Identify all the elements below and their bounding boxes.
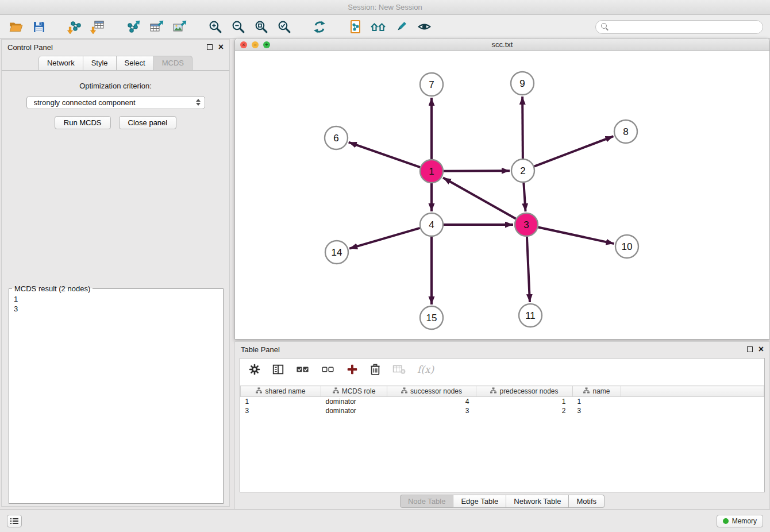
table-cell-filler xyxy=(621,397,764,406)
search-input[interactable] xyxy=(613,23,757,31)
column-header-name[interactable]: name xyxy=(573,386,621,397)
graph-edge-3-10[interactable] xyxy=(538,227,614,244)
table-row[interactable]: 3dominator323 xyxy=(241,406,764,415)
window-title: Session: New Session xyxy=(348,3,422,11)
graph-node-6[interactable]: 6 xyxy=(325,126,348,149)
table-cell[interactable]: 3 xyxy=(241,406,321,415)
table-cell[interactable]: dominator xyxy=(321,406,387,415)
import-table-from-file-button[interactable] xyxy=(88,18,107,36)
table-cell[interactable]: 1 xyxy=(241,397,321,406)
graph-node-15[interactable]: 15 xyxy=(420,306,443,329)
table-row[interactable]: 1dominator411 xyxy=(241,397,764,406)
table-panel-tabbar: Node TableEdge TableNetwork TableMotifs xyxy=(235,495,769,508)
table-cell[interactable]: 3 xyxy=(573,406,621,415)
delete-table-button[interactable] xyxy=(392,364,406,375)
tab-select[interactable]: Select xyxy=(117,56,154,71)
graph-edge-4-14[interactable] xyxy=(349,228,420,249)
graph-node-2[interactable]: 2 xyxy=(511,159,534,182)
table-header-row: shared nameMCDS rolesuccessor nodesprede… xyxy=(241,386,764,397)
apply-style-button[interactable] xyxy=(392,18,410,36)
graph-node-9[interactable]: 9 xyxy=(511,72,534,95)
table-cell[interactable]: 3 xyxy=(387,406,476,415)
zoom-in-button[interactable] xyxy=(206,18,224,36)
tab-network-table[interactable]: Network Table xyxy=(506,495,569,508)
graph-node-14[interactable]: 14 xyxy=(325,241,348,264)
close-window-icon[interactable]: × xyxy=(240,41,247,48)
graph-edge-3-1[interactable] xyxy=(443,178,516,218)
graph-node-3[interactable]: 3 xyxy=(515,213,538,236)
task-history-button[interactable] xyxy=(7,515,22,527)
home-button[interactable] xyxy=(369,18,387,36)
minimize-window-icon[interactable]: − xyxy=(252,41,259,48)
zoom-selected-button[interactable] xyxy=(275,18,293,36)
graph-node-10[interactable]: 10 xyxy=(615,235,638,258)
column-header-shared-name[interactable]: shared name xyxy=(241,386,321,397)
close-panel-button[interactable]: Close panel xyxy=(119,116,177,129)
column-header-label: name xyxy=(592,387,610,395)
svg-text:1: 1 xyxy=(429,166,434,177)
column-header-successor-nodes[interactable]: successor nodes xyxy=(387,386,476,397)
mcds-result-list[interactable]: 13 xyxy=(9,293,223,315)
tab-mcds[interactable]: MCDS xyxy=(154,56,192,71)
float-panel-icon[interactable] xyxy=(207,44,213,50)
column-header-mcds-role[interactable]: MCDS role xyxy=(321,386,387,397)
graph-edge-1-2[interactable] xyxy=(444,171,510,171)
function-builder-button[interactable]: f(x) xyxy=(417,364,434,375)
maximize-window-icon[interactable]: + xyxy=(263,41,270,48)
graph-node-7[interactable]: 7 xyxy=(420,73,443,96)
deselect-all-icon xyxy=(321,363,335,376)
global-search-box[interactable] xyxy=(595,20,763,34)
criterion-dropdown[interactable]: strongly connected component xyxy=(26,96,205,109)
table-cell[interactable]: 1 xyxy=(476,397,573,406)
zoom-out-button[interactable] xyxy=(229,18,247,36)
control-panel-title: Control Panel xyxy=(7,43,53,52)
graph-node-4[interactable]: 4 xyxy=(420,213,443,236)
graph-node-8[interactable]: 8 xyxy=(614,120,637,143)
graph-edge-2-3[interactable] xyxy=(523,183,525,211)
open-file-button[interactable] xyxy=(7,18,25,36)
show-hide-button[interactable] xyxy=(415,18,433,36)
save-session-button[interactable] xyxy=(30,18,48,36)
graph-node-11[interactable]: 11 xyxy=(519,304,542,327)
memory-button[interactable]: Memory xyxy=(717,515,763,527)
graph-edge-3-11[interactable] xyxy=(527,237,530,302)
svg-text:15: 15 xyxy=(426,313,437,323)
deselect-all-button[interactable] xyxy=(321,363,335,376)
run-mcds-button[interactable]: Run MCDS xyxy=(55,116,111,129)
tab-edge-table[interactable]: Edge Table xyxy=(453,495,506,508)
tab-style[interactable]: Style xyxy=(83,56,117,71)
refresh-view-button[interactable] xyxy=(310,18,329,36)
tab-network[interactable]: Network xyxy=(38,56,83,71)
graph-edge-2-9[interactable] xyxy=(522,97,523,159)
column-header-predecessor-nodes[interactable]: predecessor nodes xyxy=(476,386,573,397)
style-brush-icon xyxy=(394,20,409,34)
close-panel-icon[interactable]: × xyxy=(218,44,224,50)
graph-node-1[interactable]: 1 xyxy=(420,160,443,183)
export-table-button[interactable] xyxy=(147,18,165,36)
delete-column-button[interactable] xyxy=(369,363,381,376)
tab-motifs[interactable]: Motifs xyxy=(569,495,605,508)
show-columns-button[interactable] xyxy=(272,363,284,376)
zoom-fit-button[interactable] xyxy=(252,18,270,36)
window-titlebar[interactable]: Session: New Session xyxy=(0,0,770,15)
network-canvas[interactable]: 1234678910111415 xyxy=(235,51,769,339)
add-column-button[interactable] xyxy=(346,363,359,376)
network-window-titlebar[interactable]: × − + scc.txt xyxy=(235,38,769,51)
network-file-button[interactable] xyxy=(346,18,364,36)
float-table-panel-icon[interactable] xyxy=(747,346,753,352)
graph-edge-1-6[interactable] xyxy=(349,142,420,167)
select-all-button[interactable] xyxy=(295,363,310,376)
export-network-button[interactable] xyxy=(124,18,143,36)
import-network-from-file-button[interactable] xyxy=(66,18,84,36)
control-panel-tabbar: NetworkStyleSelectMCDS xyxy=(2,55,229,71)
table-settings-button[interactable] xyxy=(248,363,261,376)
export-image-button[interactable] xyxy=(170,18,188,36)
graph-edge-2-8[interactable] xyxy=(534,136,614,166)
table-cell[interactable]: 1 xyxy=(573,397,621,406)
close-table-panel-icon[interactable]: × xyxy=(759,346,764,352)
optimization-criterion-label: Optimization criterion: xyxy=(2,82,229,90)
table-cell[interactable]: dominator xyxy=(321,397,387,406)
table-cell[interactable]: 2 xyxy=(476,406,573,415)
table-cell[interactable]: 4 xyxy=(387,397,476,406)
tab-node-table[interactable]: Node Table xyxy=(400,495,454,508)
